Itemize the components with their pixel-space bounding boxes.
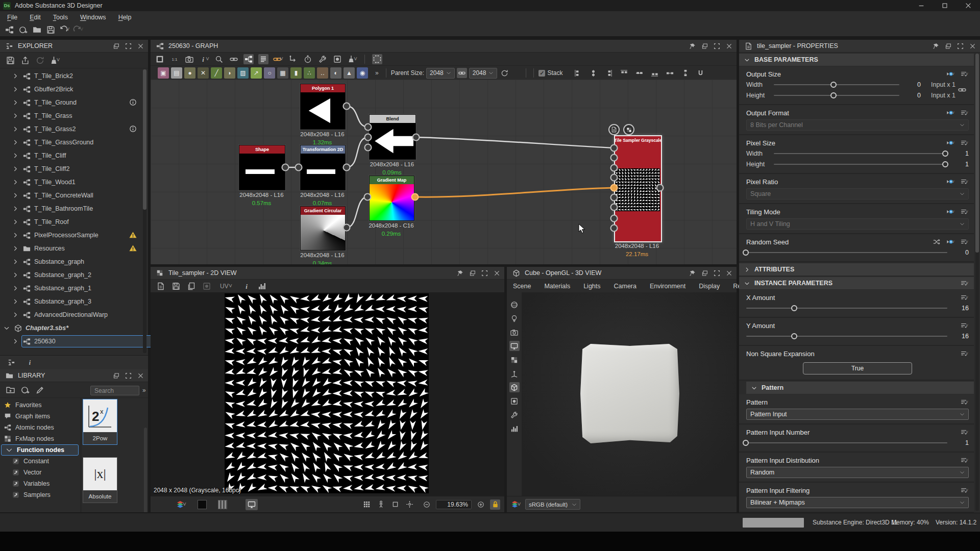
histogram-button[interactable]	[509, 423, 520, 434]
uv-mode-select[interactable]: UV ˅	[220, 283, 232, 290]
view2d-maximize-button[interactable]	[481, 270, 488, 277]
properties-float-button[interactable]	[945, 43, 951, 49]
node-shortcut-5[interactable]: ╱	[211, 67, 222, 79]
graph-node-polygon-1[interactable]: Polygon 1	[300, 84, 346, 130]
clean-broom-button[interactable]: ˅	[50, 55, 60, 65]
camera-button[interactable]	[509, 327, 520, 337]
light-bulb-button[interactable]	[509, 313, 520, 323]
node-graph-button[interactable]	[4, 24, 14, 35]
select-tiling-mode[interactable]: H and V Tiling	[746, 218, 969, 230]
expand-chevron-icon[interactable]	[11, 84, 19, 94]
window-close-button[interactable]	[957, 0, 980, 11]
properties-close-button[interactable]	[969, 43, 976, 49]
tree-item-resources[interactable]: Resources	[0, 242, 159, 255]
shuffle-icon[interactable]	[932, 238, 941, 246]
expand-chevron-icon[interactable]	[11, 71, 19, 81]
slider-x-amount[interactable]	[746, 308, 947, 309]
explorer-close-button[interactable]	[137, 43, 144, 49]
stack-checkbox[interactable]: ✓	[538, 70, 545, 77]
expand-chevron-icon[interactable]	[11, 257, 19, 267]
properties-pin-button[interactable]	[933, 43, 939, 49]
library-category-samplers[interactable]: Samplers	[0, 489, 92, 500]
histogram-button[interactable]	[257, 281, 267, 291]
tree-item-t-tile-grassground[interactable]: T_Tile_GrassGround	[0, 136, 159, 149]
channels-icon[interactable]: ˅	[176, 499, 186, 510]
save-floppy-button[interactable]	[45, 24, 56, 35]
export-package-button[interactable]	[20, 55, 30, 65]
graph-maximize-button[interactable]	[714, 43, 720, 49]
display-monitor-button[interactable]	[509, 341, 520, 351]
graph-node-gradient-map[interactable]: Gradient Map	[369, 176, 414, 221]
view3d-menu-camera[interactable]: Camera	[614, 283, 636, 290]
align-middle-button[interactable]	[634, 68, 644, 78]
view3d-float-button[interactable]	[701, 270, 708, 277]
menu-icon[interactable]: ˅	[960, 279, 969, 287]
size-select[interactable]: 2048	[469, 68, 498, 79]
elbow-connector-button[interactable]	[288, 54, 298, 64]
menu-icon[interactable]: ˅	[960, 398, 969, 406]
slider-random-seed[interactable]	[746, 252, 947, 253]
checker-uv-button[interactable]	[509, 355, 520, 365]
select-pixel-ratio[interactable]: Square	[746, 188, 969, 199]
link-color-button[interactable]: ˅	[273, 54, 283, 64]
node-shortcut-13[interactable]: ‥	[317, 67, 328, 79]
graph-node-tile-sampler-grayscale[interactable]: Tile Sampler Grayscale	[614, 135, 662, 242]
expand-chevron-icon[interactable]	[11, 124, 19, 134]
pattern-badge[interactable]	[623, 124, 634, 135]
add-package-button[interactable]	[20, 385, 30, 395]
func-icon[interactable]: ˅	[946, 139, 955, 147]
view3d-pin-button[interactable]	[689, 270, 696, 277]
menu-icon[interactable]: ˅	[960, 349, 969, 358]
explorer-scrollbar[interactable]	[143, 69, 146, 353]
info-view-toggle-icon[interactable]	[24, 358, 35, 368]
transform-axes-button[interactable]	[509, 368, 520, 379]
background-black-swatch[interactable]	[198, 500, 207, 509]
thumbnail-box-button[interactable]	[509, 396, 520, 406]
refresh-button[interactable]	[35, 55, 45, 65]
expand-chevron-icon[interactable]	[3, 323, 11, 333]
library-maximize-button[interactable]	[125, 372, 132, 379]
snap-grid-button[interactable]	[372, 54, 382, 64]
tree-item-t-tile-bathroomtile[interactable]: T_Tile_BathroomTile	[0, 202, 159, 215]
thumbnail-box-button[interactable]	[332, 54, 342, 64]
node-shortcut-7[interactable]: ▨	[237, 67, 249, 79]
screenshot-camera-button[interactable]	[184, 54, 194, 64]
func-icon[interactable]: ˅	[946, 208, 955, 216]
info-i-button[interactable]: ˅	[199, 54, 209, 64]
graph-canvas[interactable]: Polygon 12048x2048 - L161.32msBlend2048x…	[151, 80, 737, 264]
distribute-v-button[interactable]	[680, 68, 690, 78]
menu-icon[interactable]: ˅	[960, 428, 969, 436]
zoom-level-field[interactable]: 19.63%	[436, 500, 472, 509]
tree-item-chapter3-sbs-[interactable]: Chapter3.sbs*	[0, 321, 151, 335]
align-bottom-button[interactable]	[649, 68, 659, 78]
expand-chevron-icon[interactable]	[11, 230, 19, 240]
tree-item-substance-graph-3[interactable]: Substance_graph_3	[0, 295, 159, 308]
expand-chevron-icon[interactable]	[11, 97, 19, 108]
menu-file[interactable]: File	[7, 14, 17, 21]
expand-chevron-icon[interactable]	[11, 283, 19, 293]
graph-node-transformation-2d[interactable]: Transformation 2D	[300, 145, 346, 190]
menu-windows[interactable]: Windows	[80, 14, 106, 21]
func-icon[interactable]: ˅	[946, 70, 955, 78]
library-search-input[interactable]: Search	[90, 386, 139, 395]
menu-icon[interactable]: ˅	[960, 139, 969, 147]
menu-icon[interactable]: ˅	[960, 456, 969, 464]
section-instance-parameters[interactable]: INSTANCE PARAMETERS˅	[739, 277, 974, 290]
tree-item-gbuffer2brick[interactable]: Gbuffer2Brick	[0, 83, 159, 96]
expand-chevron-icon[interactable]	[11, 310, 19, 320]
search-button[interactable]	[214, 54, 224, 64]
node-shortcut-9[interactable]: ○	[264, 67, 275, 79]
library-category-favorites[interactable]: Favorites	[0, 399, 84, 411]
undo-button[interactable]: ˅	[59, 24, 69, 35]
menu-icon[interactable]: ˅	[960, 208, 969, 216]
menu-tools[interactable]: Tools	[53, 14, 68, 21]
zoom-lock-button[interactable]	[490, 499, 500, 510]
cube-button[interactable]	[509, 382, 520, 392]
menu-icon[interactable]: ˅	[960, 293, 969, 302]
library-category-atomic-nodes[interactable]: Atomic nodes	[0, 422, 84, 433]
menu-icon[interactable]: ˅	[960, 486, 969, 494]
node-graph-button[interactable]	[243, 54, 254, 64]
graph-pin-button[interactable]	[689, 43, 696, 49]
colorspace-layers-icon[interactable]: ˅	[511, 499, 521, 510]
node-shortcut-1[interactable]: ▣	[158, 67, 169, 79]
